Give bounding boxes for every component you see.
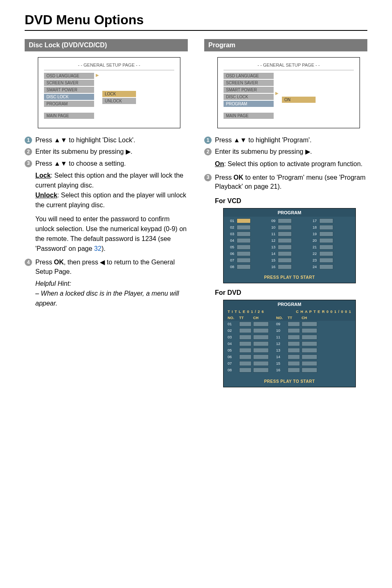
program-slot-number: 22 xyxy=(310,252,317,256)
dvd-row-number: 12 xyxy=(276,342,288,346)
dvd-tt-slot xyxy=(288,368,300,373)
dvd-program-box: PROGRAM T I T L E 0 1 / 2 6 C H A P T E … xyxy=(223,300,356,387)
dvd-ch-slot xyxy=(302,341,317,346)
program-title: PROGRAM xyxy=(224,300,355,308)
program-slot-number: 08 xyxy=(228,265,234,269)
program-slot-row: 02 xyxy=(228,225,269,230)
program-slot-number: 06 xyxy=(228,252,234,256)
step-1: 1 Press ▲▼ to highlight 'Program'. xyxy=(204,136,367,145)
program-slot-number: 10 xyxy=(269,225,275,229)
dvd-row-number: 07 xyxy=(228,361,239,366)
program-slot-row: 22 xyxy=(310,251,351,256)
on-text: : Select this option to activate program… xyxy=(224,160,362,167)
program-slot-row: 05 xyxy=(228,245,269,250)
osd-item-highlight: PROGRAM xyxy=(224,101,274,107)
program-slot-row: 03 xyxy=(228,231,269,236)
ok-label: OK xyxy=(54,259,64,266)
program-slot-row: 12 xyxy=(269,238,310,243)
dvd-tt-slot xyxy=(239,368,251,373)
dvd-ch-slot xyxy=(302,322,317,326)
osd-header: - - GENERAL SETUP PAGE - - xyxy=(224,63,354,67)
program-slot-number: 24 xyxy=(310,265,317,269)
program-slot-row: 15 xyxy=(269,258,310,263)
program-slot xyxy=(237,238,251,243)
program-footer: PRESS PLAY TO START xyxy=(224,375,355,387)
hint-heading: Helpful Hint: xyxy=(35,280,71,287)
osd-program: - - GENERAL SETUP PAGE - - OSD LANGUAGE … xyxy=(217,57,360,128)
dvd-ch-slot xyxy=(253,328,269,333)
on-label: On xyxy=(215,160,224,167)
left-column: Disc Lock (DVD/VCD/CD) - - GENERAL SETUP… xyxy=(25,39,188,387)
dvd-ch-slot xyxy=(253,361,269,366)
program-slot xyxy=(278,218,292,223)
program-slot-number: 12 xyxy=(269,238,275,243)
dvd-ch-slot xyxy=(253,354,269,359)
dvd-ch-slot xyxy=(253,368,269,373)
dvd-row-number: 13 xyxy=(276,348,288,352)
dvd-row-number: 15 xyxy=(276,361,288,366)
step-2: 2 Enter its submenu by pressing ▶. xyxy=(204,147,367,156)
password-page-link[interactable]: 32 xyxy=(94,245,101,252)
lock-unlock-block: Lock: Select this option and the player … xyxy=(35,171,188,210)
unlock-label: Unlock xyxy=(35,192,57,199)
vcd-program-box: PROGRAM 01020304050607080910111213141516… xyxy=(223,208,356,283)
program-slot-row: 20 xyxy=(310,238,351,243)
on-block: On: Select this option to activate progr… xyxy=(215,159,367,169)
step-bullet-2: 2 xyxy=(25,148,32,155)
dvd-row-number: 06 xyxy=(228,355,239,359)
program-slot-number: 18 xyxy=(310,225,317,229)
step-text: Enter its submenu by pressing ▶. xyxy=(35,147,188,156)
program-slot-row: 10 xyxy=(269,225,310,230)
program-slot-row: 04 xyxy=(228,238,269,243)
program-slot-row: 17 xyxy=(310,218,351,223)
program-slot-row: 09 xyxy=(269,218,310,223)
dvd-col-tt: TT xyxy=(288,316,302,320)
program-slot xyxy=(319,218,333,223)
osd-item: SCREEN SAVER xyxy=(224,80,274,86)
program-slot-number: 16 xyxy=(269,265,275,269)
dvd-ch-slot xyxy=(253,341,269,346)
osd-item-highlight: DISC LOCK xyxy=(44,94,94,100)
dvd-tt-slot xyxy=(288,335,300,340)
step-4: 4 Press OK, then press ◀ to return to th… xyxy=(25,258,188,276)
program-slot-number: 09 xyxy=(269,219,275,223)
osd-subitem: UNLOCK xyxy=(102,98,136,104)
dvd-tt-slot xyxy=(239,348,251,353)
program-slot-number: 19 xyxy=(310,232,317,236)
program-slot-number: 13 xyxy=(269,245,275,249)
program-slot xyxy=(278,264,292,269)
dvd-tt-slot xyxy=(288,354,300,359)
program-slot-row: 21 xyxy=(310,245,351,250)
program-slot-number: 05 xyxy=(228,245,234,249)
program-slot-number: 04 xyxy=(228,238,234,243)
osd-main-page: MAIN PAGE xyxy=(224,113,274,119)
dvd-row-number: 03 xyxy=(228,335,239,339)
step-text: Press OK to enter to 'Program' menu (see… xyxy=(215,173,367,192)
program-slot-number: 20 xyxy=(310,238,317,243)
step-2: 2 Enter its submenu by pressing ▶. xyxy=(25,147,188,156)
dvd-tt-slot xyxy=(288,361,300,366)
step-bullet-3: 3 xyxy=(204,174,212,181)
dvd-program-row: 0412 xyxy=(228,341,351,346)
step4-pre: Press xyxy=(35,259,54,266)
step-3: 3 Press OK to enter to 'Program' menu (s… xyxy=(204,173,367,192)
dvd-ch-slot xyxy=(302,335,317,340)
program-slot-row: 08 xyxy=(228,264,269,269)
step-text: Press OK, then press ◀ to return to the … xyxy=(35,258,188,276)
step-text: Press ▲▼ to highlight 'Program'. xyxy=(215,136,367,145)
dvd-row-number: 16 xyxy=(276,368,288,372)
program-slot xyxy=(319,264,333,269)
program-slot-number: 07 xyxy=(228,258,234,262)
dvd-program-row: 0513 xyxy=(228,348,351,353)
dvd-row-number: 02 xyxy=(228,329,239,333)
dvd-row-number: 01 xyxy=(228,322,239,326)
dvd-tt-slot xyxy=(239,361,251,366)
dvd-program-row: 0311 xyxy=(228,335,351,340)
dvd-tt-slot xyxy=(239,341,251,346)
dvd-program-row: 0109 xyxy=(228,322,351,326)
program-slot xyxy=(278,245,292,250)
program-slot-row: 16 xyxy=(269,264,310,269)
dvd-program-row: 0715 xyxy=(228,361,351,366)
program-slot xyxy=(319,258,333,263)
program-slot-row: 24 xyxy=(310,264,351,269)
